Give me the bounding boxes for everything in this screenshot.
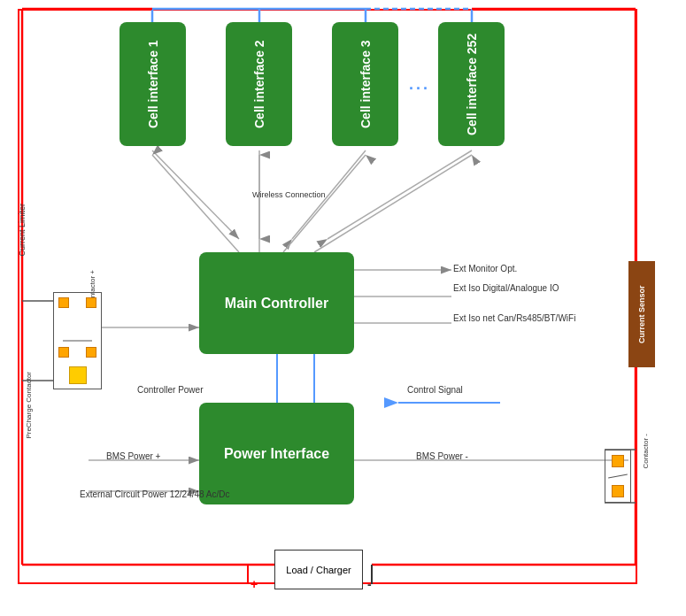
right-contactor-switch — [608, 474, 628, 479]
orange-square-1 — [58, 297, 69, 308]
current-sensor-box: Current Sensor — [628, 261, 655, 367]
cell-interface-1: Cell interface 1 — [119, 22, 186, 146]
dashed-indicator: ··· — [409, 80, 430, 98]
orange-square-4 — [86, 347, 96, 358]
ext-iso-digital-label: Ext Iso Digital/Analogue IO — [453, 283, 559, 293]
control-signal-label: Control Signal — [407, 385, 463, 395]
minus-sign: - — [367, 577, 372, 591]
cell-interface-252: Cell interface 252 — [438, 22, 505, 146]
contactor-right — [605, 450, 631, 503]
contactor-area — [53, 292, 102, 389]
main-controller-box: Main Controller — [199, 252, 354, 354]
right-contactor-orange-2 — [612, 485, 624, 497]
precharge-yellow-square — [69, 366, 87, 384]
load-charger-box: Load / Charger — [274, 550, 363, 589]
controller-power-label: Controller Power — [137, 385, 203, 395]
orange-square-3 — [58, 347, 69, 358]
bms-power-plus-label: BMS Power + — [106, 451, 160, 461]
ext-iso-net-label: Ext Iso net Can/Rs485/BT/WiFi — [453, 313, 575, 323]
plus-sign: + — [251, 577, 258, 591]
current-limiter-label: Current Limiter — [18, 204, 27, 257]
bms-power-minus-label: BMS Power - — [416, 451, 468, 461]
ext-monitor-label: Ext Monitor Opt. — [453, 264, 517, 273]
diagram-container: Cell interface 1 Cell interface 2 Cell i… — [0, 0, 686, 616]
right-contactor-orange-1 — [612, 455, 624, 467]
contactor-switch-line — [63, 341, 92, 342]
external-circuit-power-label: External Circuit Power 12/24/48 Ac/Dc — [80, 489, 230, 500]
contactor-minus-label: Contactor - — [642, 434, 650, 469]
wireless-connection-label: Wireless Connection — [252, 190, 326, 199]
orange-square-2 — [86, 297, 96, 308]
precharge-contactor-label: PreCharge Contactor — [25, 372, 33, 439]
cell-interface-2: Cell interface 2 — [226, 22, 292, 146]
cell-interface-3: Cell interface 3 — [332, 22, 398, 146]
